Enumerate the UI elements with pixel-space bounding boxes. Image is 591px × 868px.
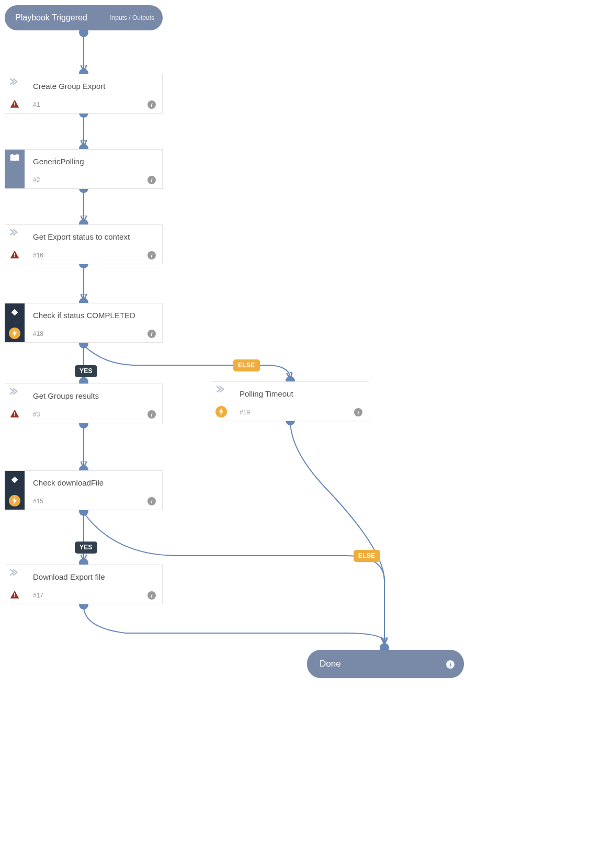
task-type-bar [5,303,25,342]
info-icon[interactable]: i [446,659,454,669]
task-generic-polling[interactable]: GenericPolling #2 i [5,149,163,189]
book-icon [9,154,20,162]
task-number: #17 [33,592,43,599]
info-icon[interactable]: i [147,99,156,109]
svg-rect-31 [14,412,15,415]
task-get-export-status[interactable]: Get Export status to context #16 i [5,224,163,264]
lightning-icon [9,328,20,339]
task-title: Check downloadFile [33,478,104,487]
task-title: Download Export file [33,572,105,581]
warning-icon [9,249,20,261]
warning-icon [9,589,20,601]
lightning-icon [9,495,20,506]
done-title: Done [320,659,341,669]
task-title: Create Group Export [33,82,105,91]
chevron-icon [10,569,19,577]
branch-yes[interactable]: YES [75,365,97,377]
trigger-node[interactable]: Playbook Triggered Inputs / Outputs [5,5,163,30]
chevron-icon [10,78,19,86]
branch-yes[interactable]: YES [75,542,97,554]
svg-rect-30 [12,309,18,316]
svg-rect-28 [14,253,15,256]
diamond-icon [10,475,19,484]
branch-else[interactable]: ELSE [354,550,380,562]
task-number: #16 [33,252,43,259]
svg-rect-34 [14,593,15,596]
task-type-bar [5,150,25,188]
svg-rect-33 [12,477,18,483]
chevron-icon [10,388,19,396]
task-create-group-export[interactable]: Create Group Export #1 i [5,74,163,114]
diamond-icon [10,308,19,317]
task-number: #18 [33,330,43,337]
info-icon[interactable]: i [147,329,156,338]
svg-rect-25 [14,103,15,105]
task-title: Polling Timeout [240,389,293,398]
info-icon[interactable]: i [147,175,156,184]
task-number: #19 [240,409,250,416]
info-icon[interactable]: i [147,496,156,505]
task-title: GenericPolling [33,157,84,166]
info-icon[interactable]: i [147,409,156,419]
trigger-title: Playbook Triggered [15,13,87,22]
task-type-bar [5,74,25,113]
task-type-bar [211,382,231,421]
svg-rect-29 [14,256,15,257]
info-icon[interactable]: i [147,250,156,260]
task-number: #2 [33,176,40,184]
warning-icon [9,98,20,110]
branch-else[interactable]: ELSE [233,359,260,371]
task-title: Get Export status to context [33,232,130,241]
task-polling-timeout[interactable]: Polling Timeout #19 i [211,381,369,421]
info-icon[interactable]: i [354,407,362,416]
condition-check-status[interactable]: Check if status COMPLETED #18 i [5,303,163,343]
task-number: #1 [33,101,40,108]
chevron-icon [217,386,226,393]
warning-icon [9,408,20,420]
task-type-bar [5,565,25,604]
task-type-bar [5,225,25,264]
done-node[interactable]: Done i [307,650,464,678]
task-download-export-file[interactable]: Download Export file #17 i [5,565,163,604]
condition-check-download[interactable]: Check downloadFile #15 i [5,470,163,510]
svg-rect-35 [14,596,15,598]
io-label[interactable]: Inputs / Outputs [110,14,154,21]
svg-rect-26 [14,106,15,107]
task-get-groups-results[interactable]: Get Groups results #3 i [5,384,163,423]
flow-wires [0,0,591,868]
task-type-bar [5,384,25,423]
svg-rect-32 [14,415,15,416]
info-icon[interactable]: i [147,590,156,600]
task-number: #15 [33,498,43,505]
task-type-bar [5,471,25,510]
task-title: Check if status COMPLETED [33,311,135,320]
chevron-icon [10,229,19,236]
lightning-icon [215,406,227,418]
task-title: Get Groups results [33,391,99,400]
task-number: #3 [33,411,40,418]
